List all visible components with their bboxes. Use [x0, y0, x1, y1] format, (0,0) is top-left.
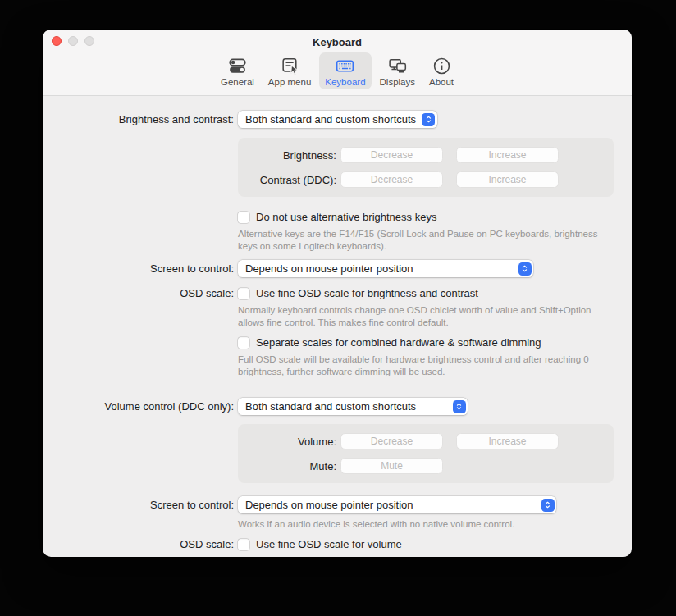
menu-document-icon	[280, 56, 300, 76]
brightness-mode-select[interactable]: Both standard and custom shortcuts	[238, 111, 437, 128]
volume-mode-row: Volume control (DDC only): Both standard…	[43, 398, 632, 415]
separate-scales-help: Full OSD scale will be available for har…	[238, 354, 611, 378]
zoom-button[interactable]	[84, 36, 94, 46]
tab-about[interactable]: About	[423, 52, 459, 89]
preferences-window: Keyboard General App menu	[43, 30, 632, 557]
volume-screen-row: Screen to control: Depends on mouse poin…	[43, 496, 632, 513]
contrast-increase-button[interactable]: Increase	[456, 171, 559, 188]
chevron-up-down-icon	[422, 113, 435, 126]
volume-osd-label: OSD scale:	[43, 538, 234, 550]
tab-label: App menu	[268, 77, 311, 87]
brightness-mode-row: Brightness and contrast: Both standard a…	[43, 111, 632, 128]
brightness-increase-button[interactable]: Increase	[456, 147, 559, 163]
traffic-lights	[52, 36, 94, 46]
chevron-up-down-icon	[518, 262, 532, 276]
close-button[interactable]	[52, 36, 62, 46]
volume-screen-help: Works if an audio device is selected wit…	[238, 518, 611, 531]
tab-general[interactable]: General	[215, 52, 260, 89]
selected-option: Both standard and custom shortcuts	[245, 113, 416, 125]
tab-label: General	[221, 77, 254, 87]
brightness-shortcuts-panel: Brightness: Decrease Increase Contrast (…	[238, 138, 614, 197]
volume-screen-label: Screen to control:	[43, 499, 234, 511]
separate-scales-label: Separate scales for combined hardware & …	[256, 336, 541, 349]
contrast-label: Contrast (DDC):	[238, 174, 336, 186]
alt-brightness-keys-checkbox[interactable]	[238, 212, 249, 223]
keyboard-settings-content: Brightness and contrast: Both standard a…	[43, 96, 632, 550]
chevron-up-down-icon	[453, 400, 466, 413]
brightness-mode-label: Brightness and contrast:	[43, 113, 234, 125]
separate-scales-row: Separate scales for combined hardware & …	[43, 336, 632, 349]
chevron-up-down-icon	[541, 499, 555, 512]
contrast-decrease-button[interactable]: Decrease	[340, 171, 443, 188]
tab-displays[interactable]: Displays	[374, 52, 421, 89]
fine-osd-volume-label: Use fine OSD scale for volume	[256, 538, 402, 550]
brightness-osd-label: OSD scale:	[43, 287, 234, 299]
volume-mode-label: Volume control (DDC only):	[43, 400, 234, 413]
toggles-icon	[227, 56, 248, 76]
brightness-osd-row: OSD scale: Use fine OSD scale for bright…	[43, 287, 632, 299]
volume-label: Volume:	[238, 436, 336, 448]
fine-osd-brightness-checkbox[interactable]	[238, 288, 249, 299]
alt-brightness-keys-label: Do not use alternative brightness keys	[256, 211, 436, 223]
tab-label: Keyboard	[325, 77, 365, 87]
mute-button[interactable]: Mute	[340, 458, 443, 474]
volume-mode-select[interactable]: Both standard and custom shortcuts	[238, 398, 468, 415]
fine-osd-volume-checkbox[interactable]	[238, 539, 249, 550]
alt-brightness-keys-help: Alternative keys are the F14/F15 (Scroll…	[238, 228, 611, 253]
volume-screen-select[interactable]: Depends on mouse pointer position	[238, 496, 556, 513]
tab-label: Displays	[380, 77, 415, 87]
volume-shortcut-row: Volume: Decrease Increase	[238, 433, 614, 449]
selected-option: Depends on mouse pointer position	[245, 499, 413, 511]
minimize-button[interactable]	[68, 36, 78, 46]
brightness-screen-row: Screen to control: Depends on mouse poin…	[43, 260, 632, 277]
contrast-shortcut-row: Contrast (DDC): Decrease Increase	[238, 171, 614, 188]
titlebar: Keyboard	[43, 30, 632, 52]
brightness-screen-label: Screen to control:	[43, 262, 234, 275]
selected-option: Both standard and custom shortcuts	[245, 400, 416, 413]
info-icon	[432, 56, 452, 76]
volume-shortcuts-panel: Volume: Decrease Increase Mute: Mute	[238, 424, 614, 483]
brightness-screen-select[interactable]: Depends on mouse pointer position	[238, 260, 533, 277]
brightness-shortcut-row: Brightness: Decrease Increase	[238, 147, 614, 163]
keyboard-icon	[335, 56, 355, 76]
fine-osd-brightness-label: Use fine OSD scale for brightness and co…	[256, 287, 478, 299]
section-divider	[59, 386, 615, 386]
volume-increase-button[interactable]: Increase	[456, 433, 559, 449]
volume-decrease-button[interactable]: Decrease	[340, 433, 443, 449]
displays-icon	[387, 56, 408, 76]
selected-option: Depends on mouse pointer position	[245, 262, 413, 275]
mute-label: Mute:	[238, 460, 336, 472]
window-title: Keyboard	[43, 34, 632, 48]
mute-shortcut-row: Mute: Mute	[238, 458, 614, 474]
tab-app-menu[interactable]: App menu	[263, 52, 317, 89]
volume-osd-row: OSD scale: Use fine OSD scale for volume	[43, 538, 632, 550]
tab-keyboard[interactable]: Keyboard	[319, 52, 371, 89]
tab-label: About	[429, 77, 454, 87]
alt-brightness-keys-row: Do not use alternative brightness keys	[43, 211, 632, 223]
fine-osd-brightness-help: Normally keyboard controls change one OS…	[238, 304, 611, 329]
brightness-label: Brightness:	[238, 149, 336, 162]
brightness-decrease-button[interactable]: Decrease	[340, 147, 443, 163]
separate-scales-checkbox[interactable]	[238, 337, 249, 349]
toolbar: General App menu	[43, 52, 632, 89]
window-header: Keyboard General App menu	[43, 30, 632, 96]
